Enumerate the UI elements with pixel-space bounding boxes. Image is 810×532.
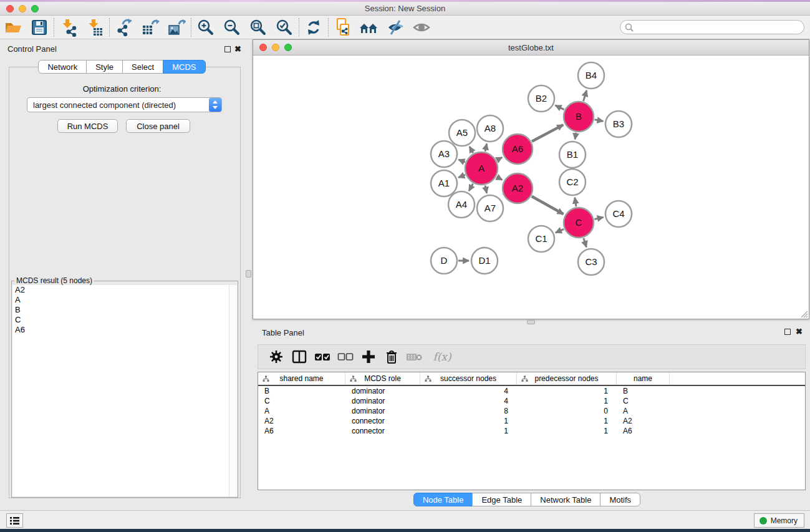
graph-node-label: A bbox=[478, 163, 485, 173]
result-item[interactable]: A2 bbox=[12, 285, 237, 295]
table-cell: A6 bbox=[617, 427, 670, 435]
column-header-shared-name[interactable]: shared name bbox=[258, 372, 345, 385]
zoom-in-icon[interactable] bbox=[193, 17, 219, 38]
graph-edge-C-C1[interactable] bbox=[556, 229, 564, 233]
graph-node-label: A3 bbox=[438, 148, 450, 159]
toolbar-separator bbox=[109, 18, 110, 37]
horizontal-splitter-handle[interactable] bbox=[527, 320, 535, 324]
search-icon bbox=[624, 22, 634, 32]
table-close-icon[interactable]: ✖ bbox=[796, 327, 803, 337]
tab-network[interactable]: Network bbox=[38, 60, 87, 74]
desktop-background bbox=[0, 529, 810, 532]
tab-select[interactable]: Select bbox=[122, 60, 163, 74]
table-header-row: shared nameMCDS rolesuccessor nodesprede… bbox=[258, 372, 805, 386]
tab-motifs[interactable]: Motifs bbox=[600, 493, 640, 506]
zoom-selected-icon[interactable] bbox=[271, 17, 297, 38]
close-panel-button[interactable]: Close panel bbox=[126, 119, 190, 133]
split-columns-icon[interactable] bbox=[287, 346, 311, 367]
table-float-icon[interactable] bbox=[784, 329, 791, 335]
zoom-fit-icon[interactable] bbox=[245, 17, 271, 38]
delete-trash-icon[interactable] bbox=[380, 346, 403, 367]
export-image-icon[interactable] bbox=[163, 17, 190, 38]
show-hide-panel-icon[interactable] bbox=[382, 17, 408, 38]
graph-edge-B-B4[interactable] bbox=[584, 90, 587, 101]
float-panel-icon[interactable] bbox=[224, 46, 231, 52]
vertical-splitter-handle[interactable] bbox=[246, 270, 251, 278]
tab-network-table[interactable]: Network Table bbox=[531, 493, 600, 506]
mcds-result-title: MCDS result (5 nodes) bbox=[14, 276, 94, 285]
task-history-icon[interactable] bbox=[6, 513, 23, 528]
search-input[interactable] bbox=[634, 22, 804, 33]
refresh-view-icon[interactable] bbox=[301, 17, 327, 38]
tab-style[interactable]: Style bbox=[86, 60, 123, 74]
graph-node-label: A4 bbox=[456, 199, 467, 210]
import-table-icon[interactable] bbox=[82, 17, 108, 38]
graph-node-label: C1 bbox=[535, 233, 547, 244]
table-cell: 1 bbox=[517, 397, 617, 405]
tab-node-table[interactable]: Node Table bbox=[413, 493, 473, 506]
result-scrollbar[interactable] bbox=[229, 285, 237, 496]
graph-node-label: A5 bbox=[456, 127, 468, 138]
add-column-icon[interactable] bbox=[357, 346, 380, 367]
delete-table-icon[interactable] bbox=[403, 346, 426, 367]
table-settings-gear-icon[interactable] bbox=[264, 346, 287, 367]
table-row[interactable]: Cdominator41C bbox=[258, 396, 805, 406]
result-item[interactable]: C bbox=[12, 315, 237, 325]
graph-edge-A-A8[interactable] bbox=[485, 143, 487, 151]
graph-edge-A-A1[interactable] bbox=[458, 175, 465, 177]
first-neighbors-icon[interactable] bbox=[356, 17, 382, 38]
column-header-successor-nodes[interactable]: successor nodes bbox=[420, 372, 517, 385]
result-item[interactable]: B bbox=[12, 305, 237, 315]
column-header-predecessor-nodes[interactable]: predecessor nodes bbox=[517, 372, 617, 385]
graph-edge-A-A6[interactable] bbox=[497, 157, 503, 160]
graph-edge-A-A5[interactable] bbox=[470, 147, 473, 153]
graph-node-label: D1 bbox=[478, 255, 490, 266]
deselect-all-checkboxes-icon[interactable] bbox=[334, 346, 357, 367]
graph-edge-A-A3[interactable] bbox=[458, 160, 465, 162]
memory-button[interactable]: Memory bbox=[754, 513, 804, 528]
import-network-icon[interactable] bbox=[55, 17, 82, 38]
clone-network-icon[interactable] bbox=[330, 17, 356, 38]
export-table-icon[interactable] bbox=[137, 17, 163, 38]
mcds-result-list: A2ABCA6 bbox=[12, 285, 237, 496]
graph-edge-B-B3[interactable] bbox=[595, 120, 604, 122]
graph-edge-A-A4[interactable] bbox=[469, 184, 473, 191]
close-panel-icon[interactable]: ✖ bbox=[234, 44, 241, 54]
graph-edge-A-A7[interactable] bbox=[485, 185, 487, 193]
graph-edge-C-C2[interactable] bbox=[575, 198, 576, 207]
graph-edge-A-A2[interactable] bbox=[497, 177, 503, 180]
network-graph[interactable]: B4B2BB3A8A5A6A3B1AC2A1A2A4A7C4CC1DD1C3 bbox=[253, 56, 809, 319]
save-session-icon[interactable] bbox=[26, 17, 52, 38]
tab-edge-table[interactable]: Edge Table bbox=[472, 493, 531, 506]
graph-edge-C-C4[interactable] bbox=[594, 217, 603, 219]
table-row[interactable]: Bdominator41B bbox=[258, 386, 805, 396]
node-table: shared nameMCDS rolesuccessor nodesprede… bbox=[258, 372, 806, 490]
graph-edge-B-B2[interactable] bbox=[556, 105, 564, 110]
tab-mcds[interactable]: MCDS bbox=[163, 60, 205, 74]
graph-edge-A2-C[interactable] bbox=[532, 196, 564, 215]
column-header-name[interactable]: name bbox=[617, 372, 670, 385]
select-all-checkboxes-icon[interactable] bbox=[311, 346, 334, 367]
table-row[interactable]: A2connector11A2 bbox=[258, 416, 805, 426]
table-cell: A bbox=[258, 407, 345, 415]
run-mcds-button[interactable]: Run MCDS bbox=[57, 119, 118, 133]
zoom-out-icon[interactable] bbox=[219, 17, 245, 38]
graph-node-label: A1 bbox=[438, 178, 450, 188]
network-canvas[interactable]: B4B2BB3A8A5A6A3B1AC2A1A2A4A7C4CC1DD1C3 bbox=[253, 56, 809, 319]
table-row[interactable]: A6connector11A6 bbox=[258, 426, 805, 436]
column-header-MCDS-role[interactable]: MCDS role bbox=[345, 372, 420, 385]
result-item[interactable]: A bbox=[12, 295, 237, 305]
function-builder-icon[interactable]: f(x) bbox=[426, 346, 458, 367]
graph-edge-C-C3[interactable] bbox=[584, 238, 587, 247]
window-resize-grip[interactable] bbox=[799, 309, 808, 318]
open-folder-icon[interactable] bbox=[0, 17, 26, 38]
search-field[interactable] bbox=[620, 20, 804, 34]
graph-edge-B-B1[interactable] bbox=[575, 133, 576, 140]
optimization-criterion-dropdown[interactable]: largest connected component (directed) bbox=[27, 97, 222, 112]
table-panel: Table Panel ✖ bbox=[244, 324, 810, 510]
result-item[interactable]: A6 bbox=[12, 325, 237, 335]
export-network-icon[interactable] bbox=[111, 17, 137, 38]
graph-edge-A6-B[interactable] bbox=[532, 125, 563, 142]
eye-icon[interactable] bbox=[408, 17, 435, 38]
table-row[interactable]: Adominator80A bbox=[258, 406, 805, 416]
